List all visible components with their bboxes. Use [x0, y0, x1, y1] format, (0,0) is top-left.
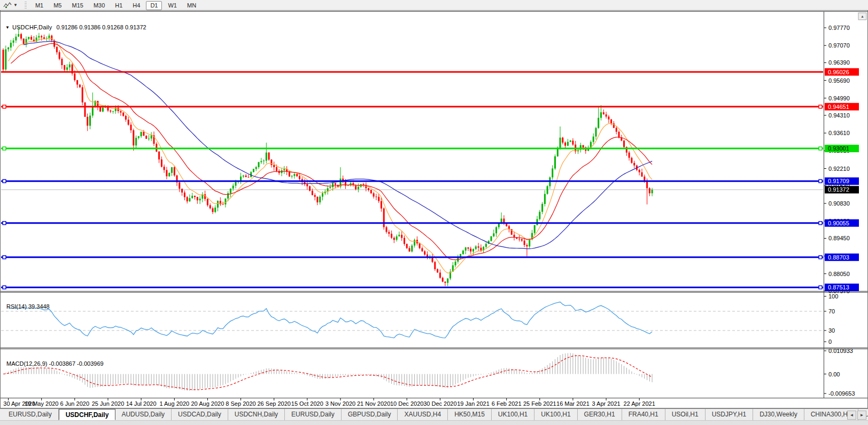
date-label: 21 Nov 2020	[357, 400, 390, 407]
macd-axis-tick: 0.00	[828, 371, 840, 377]
timeframe-button-D1[interactable]: D1	[146, 1, 162, 10]
tab-usoil-h1[interactable]: USOil,H1	[665, 409, 706, 420]
tab-bar-strip	[0, 420, 868, 425]
tab-xauusd-h4[interactable]: XAUUSD,H4	[398, 409, 448, 420]
price-tick: 0.93610	[828, 130, 850, 136]
line-studies-tool-button[interactable]: ▼	[2, 1, 19, 9]
line-handle	[819, 147, 822, 150]
svg-text:0.90055: 0.90055	[828, 220, 849, 226]
price-tick: 0.94310	[828, 112, 850, 119]
tab-fra40-h1[interactable]: FRA40,H1	[622, 409, 665, 420]
timeframe-button-M1[interactable]: M1	[31, 1, 48, 10]
timeframe-button-H1[interactable]: H1	[111, 1, 127, 10]
line-handle	[819, 222, 822, 225]
date-label: 25 Jun 2020	[92, 400, 125, 407]
macd-axis-tick: 0.010933	[828, 348, 853, 354]
date-label: 26 Sep 2020	[258, 400, 291, 407]
timeframe-button-H4[interactable]: H4	[128, 1, 144, 10]
toolbar-grip	[25, 2, 27, 9]
timeframe-button-group: M1M5M15M30H1H4D1W1MN	[31, 0, 202, 10]
date-label: 6 Feb 2021	[492, 400, 522, 407]
hline-price-label-0.96026: 0.96026	[825, 68, 859, 76]
date-label: 19 May 2020	[25, 400, 59, 407]
top-toolbar: ▼ M1M5M15M30H1H4D1W1MN	[0, 0, 868, 11]
date-label: 19 Jan 2021	[457, 400, 490, 407]
macd-axis-tick: -0.009653	[828, 390, 855, 397]
line-handle	[3, 286, 6, 289]
chart-line-icon	[3, 2, 12, 9]
svg-text:0.87513: 0.87513	[828, 284, 849, 290]
price-tick: 0.96390	[828, 59, 850, 66]
timeframe-button-W1[interactable]: W1	[164, 1, 181, 10]
date-label: 15 Oct 2020	[291, 400, 323, 407]
price-tick: 0.94990	[828, 95, 850, 101]
price-tick: 0.89450	[828, 235, 850, 241]
price-tick: 0.97770	[828, 25, 850, 31]
line-handle	[3, 256, 6, 259]
tab-uk100-h1[interactable]: UK100,H1	[492, 409, 534, 420]
date-label: 30 Dec 2020	[423, 400, 456, 407]
line-handle	[819, 105, 822, 108]
tab-usdcnh-daily[interactable]: USDCNH,Daily	[228, 409, 285, 420]
hline-price-label-0.93001: 0.93001	[825, 145, 859, 152]
axis-scroll-button[interactable]: ▲	[858, 13, 866, 20]
date-label: 16 Mar 2021	[556, 400, 590, 407]
hline-price-label-0.91709: 0.91709	[825, 177, 859, 185]
timeframe-button-M30[interactable]: M30	[89, 1, 109, 10]
line-handle	[3, 105, 6, 108]
chart-canvas[interactable]: 0.977700.970700.963900.956900.949900.943…	[0, 10, 868, 408]
timeframe-button-M15[interactable]: M15	[67, 1, 87, 10]
tab-usdjpy-h1[interactable]: USDJPY,H1	[706, 409, 753, 420]
price-tick: 0.92210	[828, 166, 850, 172]
date-label: 1 Aug 2020	[159, 400, 189, 407]
timeframe-button-MN[interactable]: MN	[183, 1, 200, 10]
tab-gbpusd-daily[interactable]: GBPUSD,Daily	[342, 409, 398, 420]
svg-text:0.94651: 0.94651	[828, 104, 849, 110]
tab-usdcad-daily[interactable]: USDCAD,Daily	[172, 409, 228, 420]
hline-price-label-0.88703: 0.88703	[825, 254, 859, 261]
date-label: 3 Apr 2021	[592, 400, 620, 407]
date-label: 20 Aug 2020	[191, 400, 224, 407]
tab-audusd-daily[interactable]: AUDUSD,Daily	[115, 409, 172, 420]
date-label: 10 Dec 2020	[390, 400, 423, 407]
hline-price-label-0.90055: 0.90055	[825, 219, 859, 227]
timeframe-button-M5[interactable]: M5	[49, 1, 66, 10]
svg-text:▲: ▲	[861, 14, 864, 18]
tab-scroll-left-button[interactable]: ◄	[847, 411, 856, 420]
hline-price-label-0.94651: 0.94651	[825, 103, 859, 111]
tab-dj30-weekly[interactable]: DJ30,Weekly	[753, 409, 804, 420]
tab-uk100-h1[interactable]: UK100,H1	[534, 409, 577, 420]
tab-eurusd-daily[interactable]: EURUSD,Daily	[285, 409, 342, 420]
date-label: 22 Apr 2021	[624, 400, 655, 407]
tab-scroll-buttons: ◄ ►	[847, 411, 866, 420]
chart-workspace[interactable]: 0.977700.970700.963900.956900.949900.943…	[0, 10, 868, 408]
svg-text:0.91709: 0.91709	[828, 178, 849, 184]
date-label: 8 Sep 2020	[226, 400, 255, 407]
svg-text:0.91372: 0.91372	[828, 186, 849, 193]
line-handle	[819, 256, 822, 259]
tab-hk50-m15[interactable]: HK50,M15	[448, 409, 492, 420]
rsi-axis-tick: 0	[828, 339, 832, 345]
line-handle	[819, 286, 822, 289]
svg-text:0.96026: 0.96026	[828, 69, 849, 75]
date-label: 25 Feb 2021	[523, 400, 556, 407]
tab-usdchf-daily[interactable]: USDCHF,Daily	[59, 409, 116, 420]
line-handle	[3, 179, 6, 183]
price-tick: 0.95690	[828, 77, 850, 84]
price-tick: 0.97070	[828, 42, 850, 49]
tab-scroll-right-button[interactable]: ►	[857, 411, 866, 420]
tab-ger30-h1[interactable]: GER30,H1	[578, 409, 622, 420]
date-label: 3 Nov 2020	[326, 400, 355, 407]
chart-tab-bar: EURUSD,DailyUSDCHF,DailyAUDUSD,DailyUSDC…	[0, 408, 868, 425]
chevron-down-icon: ▼	[13, 3, 18, 7]
rsi-axis-tick: 70	[828, 308, 835, 314]
line-handle	[3, 222, 6, 225]
price-tick: 0.88050	[828, 271, 850, 277]
tab-eurusd-daily[interactable]: EURUSD,Daily	[2, 409, 59, 420]
rsi-axis-tick: 100	[828, 293, 838, 300]
line-handle	[819, 179, 822, 183]
chart-tabs: EURUSD,DailyUSDCHF,DailyAUDUSD,DailyUSDC…	[0, 409, 868, 420]
hline-price-label-0.87513: 0.87513	[825, 284, 859, 291]
rsi-axis-tick: 30	[828, 327, 835, 334]
price-tick: 0.90830	[828, 200, 850, 207]
